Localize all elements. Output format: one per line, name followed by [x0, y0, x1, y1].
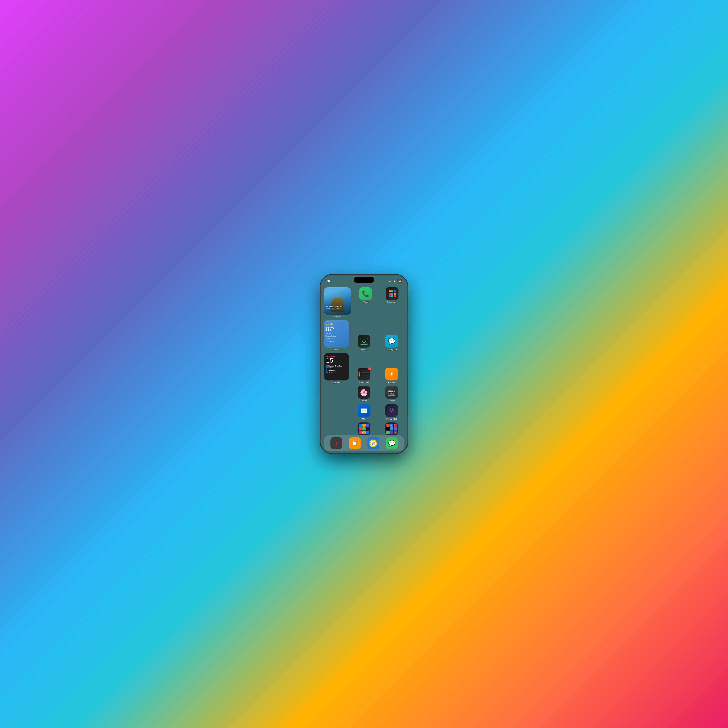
calendar-widget[interactable]: TUESDAY 15 Brigsby - baseb... 5:30PM [324, 353, 349, 381]
weather-details: 86↑ 66↓ Breaux Bridge Precip 1% UV Index… [326, 332, 347, 343]
camera-label: Camera [388, 400, 395, 402]
dynamic-island [354, 277, 374, 283]
message-me-label: Message Me [386, 349, 398, 351]
phone-glyph: 📞 [362, 290, 369, 297]
weather-widget-label: CARROT [332, 349, 341, 351]
calendar-widget-label: Calendar [332, 381, 341, 384]
sports-label: Sports [361, 349, 367, 351]
photos-widget-sub: OVER THE YEARS [326, 307, 349, 309]
weather-low: 66↓ [329, 332, 331, 334]
event-2-count: 2 Events [327, 370, 337, 372]
event-1-title: Brigsby - baseb... [327, 365, 342, 367]
reminders-badge: 2 [368, 367, 371, 370]
home-icon[interactable]: ✦ [385, 368, 398, 381]
mail-icon[interactable]: ✉️ [358, 404, 370, 417]
camera-icon[interactable]: 📷 [385, 386, 398, 399]
phone-frame: 2:03 ▲ 59 [321, 275, 407, 453]
safari-icon: 🧭 [369, 439, 378, 447]
row-4: 🌸 Photos 📷 Camera [324, 386, 404, 402]
weather-temp: 87° [326, 326, 347, 332]
status-icons: ▲ 59 [389, 279, 402, 283]
photos-app-icon[interactable]: 🌸 [358, 386, 370, 399]
weather-high: 86↑ [326, 332, 328, 334]
mail-app[interactable]: ✉️ Mail [352, 404, 377, 420]
weather-alert-icon: ⚠️ [326, 323, 329, 326]
status-time: 2:03 [326, 279, 331, 283]
dock-notes-app[interactable]: 📋 [349, 437, 361, 449]
row-5: ✉️ Mail M Proton Mail [324, 404, 404, 420]
dock-safari-app[interactable]: 🧭 [367, 437, 379, 449]
proton-mail-glyph: M [389, 407, 394, 414]
weather-info-icon: ⓘ [344, 322, 347, 326]
reminders-label: Reminders [359, 381, 369, 384]
photos-widget-title: AT THE BEACH [326, 305, 349, 307]
message-me-app[interactable]: 💬 Message Me [379, 335, 404, 351]
dock-messages-app[interactable]: 💬 [386, 437, 398, 449]
calendar-event-2: 2 Events 6:30 – 7:30PM [326, 370, 347, 373]
weather-sun-icon: ☀️ [330, 322, 333, 326]
photos-icon-label: Photos [361, 400, 367, 402]
add-icon: + [334, 440, 338, 447]
row-1: AT THE BEACH OVER THE YEARS Photos 📞 Pho… [324, 287, 404, 318]
proton-mail-label: Proton Mail [386, 418, 397, 420]
photos-widget-container[interactable]: AT THE BEACH OVER THE YEARS Photos [324, 287, 351, 318]
wifi-icon: ▲ [393, 280, 396, 282]
weather-precip: Precip 1% [326, 338, 333, 340]
message-me-glyph: 💬 [388, 338, 395, 345]
weather-widget[interactable]: ⚠️ ☀️ ⓘ 87° 86↑ 66↓ Breaux Bridge Precip… [324, 320, 349, 347]
camera-glyph: 📷 [388, 389, 395, 396]
home-screen: AT THE BEACH OVER THE YEARS Photos 📞 Pho… [321, 285, 407, 435]
weather-uv: UV Index 5 [326, 341, 334, 342]
photos-flower-icon: 🌸 [360, 388, 368, 396]
mail-glyph: ✉️ [360, 407, 368, 414]
calendar-date: 15 [326, 357, 347, 364]
calendar-event-1: Brigsby - baseb... 5:30PM [326, 365, 347, 369]
mail-label: Mail [362, 418, 366, 420]
row-3: TUESDAY 15 Brigsby - baseb... 5:30PM [324, 353, 404, 384]
home-app[interactable]: ✦ ✦ Home [379, 368, 404, 384]
passwords-app[interactable]: Passwords [380, 287, 404, 318]
phone-screen: 2:03 ▲ 59 [321, 275, 407, 453]
proton-mail-icon[interactable]: M [385, 404, 398, 417]
page-dot-1 [362, 431, 363, 433]
signal-icon [389, 280, 392, 282]
photos-widget[interactable]: AT THE BEACH OVER THE YEARS [324, 287, 351, 315]
message-me-icon[interactable]: 💬 [385, 335, 398, 347]
photos-icon-app[interactable]: 🌸 Photos [352, 386, 377, 402]
phone-icon[interactable]: 📞 [359, 287, 372, 300]
dock-add-button[interactable]: + [330, 437, 342, 449]
notes-icon: 📋 [352, 440, 358, 446]
camera-app[interactable]: 📷 Camera [379, 386, 404, 402]
row-2: ⚠️ ☀️ ⓘ 87° 86↑ 66↓ Breaux Bridge Precip… [324, 320, 404, 351]
photos-widget-label: Photos [334, 316, 341, 318]
event-1-time: 5:30PM [327, 367, 342, 369]
home-label: ✦ Home [387, 381, 396, 384]
sports-icon[interactable] [358, 335, 370, 347]
event-2-time: 6:30 – 7:30PM [327, 372, 337, 373]
phone-label: Phone [362, 301, 369, 303]
dock: + 📋 🧭 💬 [324, 435, 404, 451]
weather-location: Breaux Bridge [326, 335, 336, 337]
sports-app[interactable]: Sports [352, 335, 377, 351]
proton-mail-app[interactable]: M Proton Mail [379, 404, 404, 420]
page-dots [321, 431, 407, 433]
calendar-widget-container[interactable]: TUESDAY 15 Brigsby - baseb... 5:30PM [324, 353, 349, 384]
phone-app[interactable]: 📞 Phone [353, 287, 378, 318]
page-dot-2 [365, 431, 366, 433]
passwords-label: Passwords [387, 301, 397, 303]
messages-icon: 💬 [388, 440, 396, 447]
reminders-app[interactable]: 2 Reminders [352, 368, 377, 384]
battery-indicator: 59 [397, 279, 402, 283]
weather-widget-container[interactable]: ⚠️ ☀️ ⓘ 87° 86↑ 66↓ Breaux Bridge Precip… [324, 320, 349, 351]
passwords-icon[interactable] [386, 287, 399, 300]
home-glyph: ✦ [389, 371, 394, 377]
